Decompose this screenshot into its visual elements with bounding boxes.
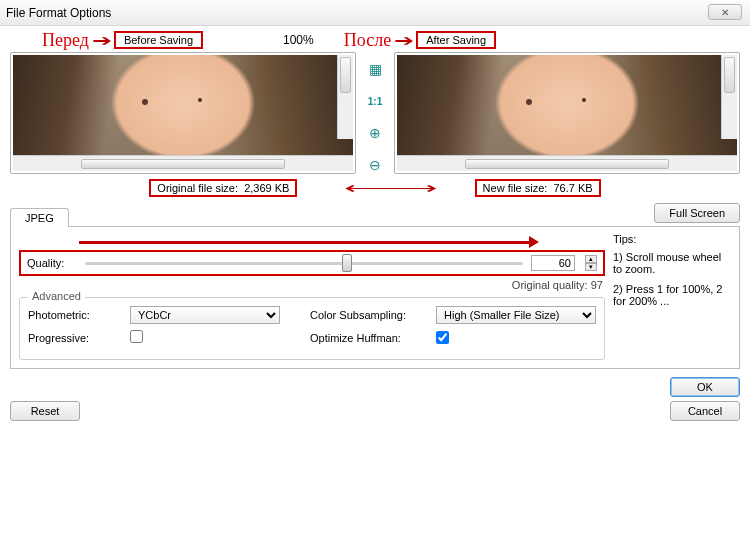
preview-after-pane [394, 52, 740, 174]
quality-input[interactable] [531, 255, 575, 271]
zoom-in-icon[interactable]: ⊕ [366, 124, 384, 142]
tab-jpeg[interactable]: JPEG [10, 208, 69, 227]
full-screen-button[interactable]: Full Screen [654, 203, 740, 223]
vertical-scrollbar[interactable] [337, 55, 353, 139]
annotation-arrow [19, 235, 605, 249]
preview-after-image[interactable] [397, 55, 737, 155]
window-titlebar: File Format Options ✕ [0, 0, 750, 26]
zoom-percent: 100% [283, 33, 314, 47]
tips-panel: Tips: 1) Scroll mouse wheel to zoom. 2) … [613, 233, 731, 360]
window-title: File Format Options [6, 6, 111, 20]
annotation-before-ru: Перед [42, 30, 89, 51]
preview-before-image[interactable] [13, 55, 353, 155]
quality-label: Quality: [27, 257, 77, 269]
horizontal-scrollbar[interactable] [13, 155, 353, 171]
tip-item: 2) Press 1 for 100%, 2 for 200% ... [613, 283, 731, 307]
subsampling-label: Color Subsampling: [310, 309, 430, 321]
progressive-label: Progressive: [28, 332, 124, 344]
window-close-button[interactable]: ✕ [708, 4, 742, 20]
photometric-label: Photometric: [28, 309, 124, 321]
arrow-icon: ➔ [92, 31, 112, 50]
vertical-scrollbar[interactable] [721, 55, 737, 139]
tip-item: 1) Scroll mouse wheel to zoom. [613, 251, 731, 275]
original-file-size: Original file size: 2,369 KB [149, 179, 297, 197]
photometric-select[interactable]: YCbCr [130, 306, 280, 324]
ok-button[interactable]: OK [670, 377, 740, 397]
crop-tool-icon[interactable]: ▦ [366, 60, 384, 78]
quality-stepper[interactable]: ▴▾ [585, 255, 597, 271]
advanced-legend: Advanced [28, 290, 85, 302]
zoom-out-icon[interactable]: ⊖ [366, 156, 384, 174]
arrow-icon: ⟵ ⟶ [344, 178, 429, 197]
subsampling-select[interactable]: High (Smaller File Size) [436, 306, 596, 324]
new-file-size: New file size: 76.7 KB [475, 179, 601, 197]
reset-button[interactable]: Reset [10, 401, 80, 421]
preview-toolstrip: ▦ 1:1 ⊕ ⊖ [362, 52, 388, 174]
tips-header: Tips: [613, 233, 731, 245]
annotation-after-ru: После [344, 30, 391, 51]
huffman-checkbox[interactable] [436, 331, 449, 344]
annotation-row: Перед ➔ Before Saving 100% После ➔ After… [10, 30, 740, 50]
huffman-label: Optimize Huffman: [310, 332, 430, 344]
original-quality-label: Original quality: 97 [19, 279, 603, 291]
actual-size-icon[interactable]: 1:1 [366, 92, 384, 110]
after-saving-label: After Saving [416, 31, 496, 49]
advanced-group: Advanced Photometric: YCbCr Color Subsam… [19, 297, 605, 360]
cancel-button[interactable]: Cancel [670, 401, 740, 421]
quality-slider[interactable] [85, 262, 523, 265]
progressive-checkbox[interactable] [130, 330, 143, 343]
before-saving-label: Before Saving [114, 31, 203, 49]
arrow-icon: ➔ [394, 31, 414, 50]
horizontal-scrollbar[interactable] [397, 155, 737, 171]
preview-before-pane [10, 52, 356, 174]
